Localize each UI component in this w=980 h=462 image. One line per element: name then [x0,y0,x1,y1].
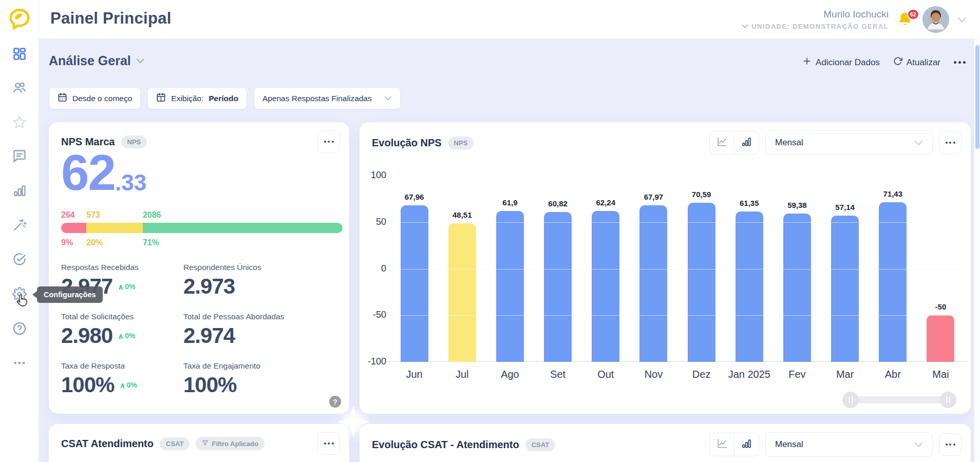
stat-cell: Respondentes Únicos2.973 [183,263,312,299]
magic-wand-icon [12,218,27,234]
refresh-button[interactable]: Atualizar [893,56,940,68]
avatar[interactable] [922,6,949,33]
sidebar-item-more[interactable] [9,353,30,375]
sidebar-item-users[interactable] [9,78,30,100]
help-button[interactable]: ? [329,396,341,408]
users-icon [12,81,27,97]
responses-filter-label: Apenas Respostas Finalizadas [262,94,372,103]
dashboard-grid-icon [12,47,27,63]
display-mode-label: Exibição: [171,94,203,103]
view-title-chevron-icon[interactable] [136,59,144,64]
x-axis-category-label: Set [534,369,582,380]
segment-percent-label: 9% [61,238,73,247]
up-caret-icon: ∧ [118,332,124,340]
stat-value: 100% [183,373,236,397]
filter-applied-label: Filtro Aplicado [212,440,258,448]
segment-percent-label: 20% [86,238,103,247]
user-info[interactable]: Murilo Iochucki UNIDADE: DEMONSTRAÇÃO GE… [742,9,889,30]
y-axis-tick-label: 0 [361,263,386,274]
chart-controls: Mensal [709,130,962,155]
x-axis-category-label: Mar [821,369,869,380]
responses-filter-dropdown[interactable]: Apenas Respostas Finalizadas [254,87,401,109]
user-menu-chevron-icon[interactable] [957,17,967,23]
chart-bar[interactable] [783,214,811,362]
bar-value-label: 62,24 [596,198,615,207]
stat-label: Total de Solicitações [61,312,190,321]
sidebar-item-tasks[interactable] [9,249,30,271]
plus-icon [802,56,812,68]
range-slider-right-handle[interactable] [940,392,956,408]
chart-bar[interactable] [592,211,619,362]
stat-label: Respondentes Únicos [183,263,312,272]
stat-value: 2.974 [183,323,235,348]
app-logo[interactable] [7,6,32,32]
sidebar-item-favorites[interactable] [9,112,30,134]
scrollbar-thumb[interactable] [975,45,979,149]
filters-row: Desde o começo Exibição: Período Apenas … [49,87,401,109]
period-select[interactable]: Mensal [765,432,933,457]
chart-bar[interactable] [927,315,954,362]
chart-bar[interactable] [448,223,476,362]
stat-cell: Taxa de Resposta100%∧0% [61,361,190,397]
filter-applied-badge: Filtro Aplicado [196,437,265,450]
csat-badge: CSAT [160,437,190,450]
chevron-down-icon [914,442,923,448]
evolution-card-more-button[interactable] [939,131,962,154]
display-mode-filter-button[interactable]: Exibição: Período [147,87,247,109]
bar-chart-icon [741,137,752,149]
distribution-segment [86,223,143,233]
stat-cell: Total de Solicitações2.980∧0% [61,312,190,348]
chart-bar[interactable] [639,205,667,362]
sidebar-item-automation[interactable] [9,215,30,237]
evolution-card-header: Evolução NPS NPS Mensal [372,130,962,155]
bar-chart-toggle-button[interactable] [734,433,759,456]
sidebar-item-messages[interactable] [9,146,30,168]
chart-bar[interactable] [688,203,715,362]
bell-icon [897,21,913,30]
range-slider-track[interactable] [842,396,956,403]
period-select[interactable]: Mensal [765,130,933,155]
line-chart-toggle-button[interactable] [710,131,734,154]
chart-controls: Mensal [709,432,962,457]
stat-label: Respostas Recebidas [61,263,190,272]
nps-card-more-button[interactable] [317,130,340,153]
user-cluster: Murilo Iochucki UNIDADE: DEMONSTRAÇÃO GE… [742,0,967,39]
gridline-overlay [390,315,965,316]
bar-value-label: -50 [935,302,947,311]
sidebar-item-help[interactable] [9,319,30,340]
line-chart-toggle-button[interactable] [710,433,734,456]
csat-evolution-card-header: Evolução CSAT - Atendimento CSAT Mensal [372,432,962,457]
stat-delta-value: 0% [125,332,135,340]
chart-bar[interactable] [401,205,428,362]
csat-card-more-button[interactable] [317,432,340,455]
unit-selector[interactable]: UNIDADE: DEMONSTRAÇÃO GERAL [742,23,889,30]
toolbar-more-button[interactable] [954,61,966,64]
y-axis-tick-label: 50 [361,217,386,227]
sidebar-item-dashboard[interactable] [9,44,30,66]
csat-evolution-more-button[interactable] [939,433,962,456]
nps-evolution-card: Evolução NPS NPS Mensal 100 [360,122,971,414]
stat-delta-value: 0% [125,282,135,291]
stat-delta: ∧0% [119,381,137,389]
add-data-button[interactable]: Adicionar Dados [802,56,880,68]
chart-range-slider[interactable] [842,392,956,408]
chart-bar[interactable] [879,202,907,362]
chart-bar[interactable] [831,216,859,362]
stat-delta: ∧0% [118,282,135,291]
sidebar-item-reports[interactable] [9,181,30,203]
bar-value-label: 61,35 [740,199,759,207]
chart-bar[interactable] [496,211,524,362]
display-mode-value: Período [209,94,238,103]
chart-bar[interactable] [736,211,763,362]
y-axis-tick-label: -100 [361,356,386,367]
check-circle-icon [12,252,27,268]
chart-bar[interactable] [544,212,572,362]
bar-value-label: 71,43 [883,189,902,198]
period-select-value: Mensal [775,138,803,148]
range-slider-left-handle[interactable] [842,392,859,408]
bar-chart-toggle-button[interactable] [734,131,759,154]
date-range-filter-button[interactable]: Desde o começo [49,87,141,109]
notifications-button[interactable]: 62 [897,11,914,28]
view-title[interactable]: Análise Geral [49,53,131,68]
up-caret-icon: ∧ [118,283,124,291]
